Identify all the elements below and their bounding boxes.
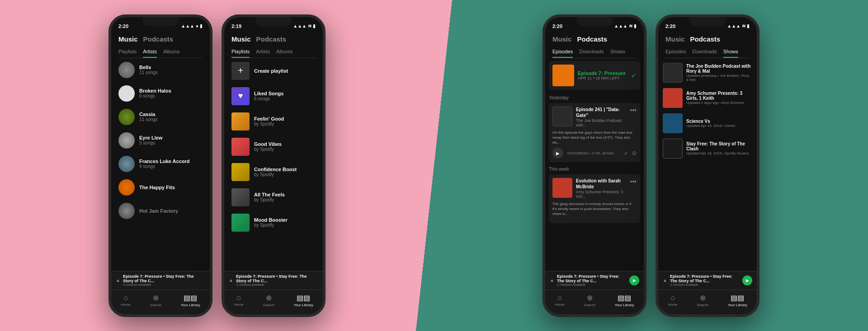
artists-tab[interactable]: Artists (143, 49, 157, 58)
albums-tab[interactable]: Albums (163, 49, 180, 58)
status-icons-4: ▲▲▲ ≋ ▮ (727, 23, 750, 28)
list-item[interactable]: Feelin' Good by Spotify (228, 109, 319, 134)
nav-home-3[interactable]: ⌂ Home (555, 294, 564, 307)
section-this-week: This week (545, 164, 644, 172)
nav-library-3[interactable]: ▤▤ Your Library (615, 294, 634, 307)
library-icon-2: ▤▤ (297, 294, 310, 302)
music-podcasts-tabs-2[interactable]: Music Podcasts (231, 35, 316, 44)
tab-header-3: Music Podcasts Episodes Downloads Shows (545, 32, 644, 58)
albums-sub-tab[interactable]: Albums (276, 49, 293, 58)
list-item[interactable]: Science Vs Updated Apr 19, 2019 • Gimlet (658, 111, 757, 136)
show-info-3: Science Vs Updated Apr 19, 2019 • Gimlet (686, 119, 752, 128)
app-content-2: Music Podcasts Playlists Artists Albums … (224, 32, 323, 271)
artist-avatar (118, 109, 135, 125)
downloads-sub-tab[interactable]: Downloads (692, 49, 717, 58)
playlists-tab[interactable]: Playlists (118, 49, 137, 58)
library-label-4: Your Library (728, 303, 747, 307)
music-podcasts-tabs[interactable]: Music Podcasts (118, 35, 203, 44)
artist-sub: 5 songs (139, 140, 203, 145)
podcasts-tab-3[interactable]: Podcasts (577, 35, 608, 44)
podcasts-tab-4[interactable]: Podcasts (690, 35, 721, 44)
nav-library-4[interactable]: ▤▤ Your Library (728, 294, 747, 307)
list-item[interactable]: Hot Jam Factory (115, 199, 206, 223)
list-item[interactable]: Good Vibes by Spotify (228, 134, 319, 159)
artists-sub-tab[interactable]: Artists (256, 49, 270, 58)
podcasts-tab[interactable]: Podcasts (143, 35, 174, 44)
list-item[interactable]: Bells 11 songs (115, 58, 206, 82)
list-item[interactable]: Confidence Boost by Spotify (228, 159, 319, 185)
library-label-2: Your Library (294, 303, 313, 307)
search-icon-2: ⊕ (266, 294, 272, 302)
list-item[interactable]: The Happy Fits (115, 176, 206, 199)
list-item[interactable]: Mood Booster by Spotify (228, 210, 319, 235)
episode-big-item[interactable]: Episode 241 | "Data-Gate" The Joe Budden… (549, 103, 640, 163)
nav-library[interactable]: ▤▤ Your Library (181, 294, 200, 307)
np-play-button-4[interactable]: ▶ (742, 275, 752, 285)
episode-big-desc-2: The gang discusses if comedy should evol… (552, 201, 637, 217)
music-podcasts-tabs-3[interactable]: Music Podcasts (552, 35, 637, 44)
list-item[interactable]: Amy Schumer Presents: 3 Girls, 1 Keith U… (658, 85, 757, 111)
music-tab-3[interactable]: Music (552, 35, 572, 44)
nav-home[interactable]: ⌂ Home (121, 294, 130, 307)
episode-big-desc: On this episode the guys return from the… (552, 130, 637, 145)
podcasts-tab-2[interactable]: Podcasts (256, 35, 287, 44)
bottom-nav-3: ⌂ Home ⊕ Search ▤▤ Your Library (545, 289, 644, 314)
list-item[interactable]: Broken Halos 6 songs (115, 82, 206, 105)
music-podcasts-tabs-4[interactable]: Music Podcasts (665, 35, 750, 44)
show-title-4: Stay Free: The Story of The Clash (686, 141, 752, 151)
more-options-icon-2[interactable]: ••• (630, 178, 637, 199)
playlist-sub: by Spotify (254, 223, 316, 228)
playlists-sub-tab[interactable]: Playlists (231, 49, 250, 58)
artist-name: Frances Luke Accord (139, 159, 203, 164)
nav-search[interactable]: ⊕ Search (150, 294, 161, 307)
nav-home-4[interactable]: ⌂ Home (668, 294, 677, 307)
artist-avatar (118, 203, 135, 219)
home-label-3: Home (555, 303, 564, 307)
nav-search-2[interactable]: ⊕ Search (263, 294, 274, 307)
list-item[interactable]: Eyre Llew 5 songs (115, 129, 206, 152)
nav-search-3[interactable]: ⊕ Search (584, 294, 595, 307)
shows-tab[interactable]: Shows (610, 49, 625, 58)
list-item[interactable]: The Joe Budden Podcast with Rory & Mal U… (658, 60, 757, 85)
episode-big-info-2: Evolution with Sarah McBride Amy Schumer… (576, 178, 626, 199)
downloads-tab[interactable]: Downloads (579, 49, 604, 58)
now-playing-bar-4[interactable]: ▲ Episode 7: Pressure • Stay Free: The S… (658, 271, 757, 289)
episodes-tab[interactable]: Episodes (552, 49, 573, 58)
nav-search-4[interactable]: ⊕ Search (697, 294, 708, 307)
list-item[interactable]: ♥ Liked Songs 6 songs (228, 84, 319, 109)
now-playing-bar[interactable]: ▲ Episode 7: Pressure • Stay Free: The S… (111, 271, 210, 289)
current-episode-item[interactable]: Episode 7: Pressure APR 11 • 15 MIN LEFT… (549, 61, 640, 90)
music-tab-4[interactable]: Music (665, 35, 685, 44)
music-tab[interactable]: Music (118, 35, 138, 44)
list-item[interactable]: Frances Luke Accord 4 songs (115, 152, 206, 176)
shows-sub-tab[interactable]: Shows (723, 49, 738, 58)
show-meta-4: Updated Apr 18, 2019 • Spotify Studios (686, 151, 752, 155)
artist-sub: 11 songs (139, 70, 203, 75)
nav-home-2[interactable]: ⌂ Home (234, 294, 243, 307)
now-playing-bar-3[interactable]: ▲ Episode 7: Pressure • Stay Free: The S… (545, 271, 644, 289)
episodes-sub-tab[interactable]: Episodes (665, 49, 686, 58)
nav-library-2[interactable]: ▤▤ Your Library (294, 294, 313, 307)
now-playing-bar-2[interactable]: ▲ Episode 7: Pressure • Stay Free: The S… (224, 271, 323, 289)
list-item[interactable]: Stay Free: The Story of The Clash Update… (658, 136, 757, 161)
create-playlist-button[interactable]: + Create playlist (228, 58, 319, 84)
tab-header-4: Music Podcasts Episodes Downloads Shows (658, 32, 757, 58)
play-button[interactable]: ▶ (552, 148, 563, 159)
home-icon-4: ⌂ (670, 294, 675, 302)
list-item[interactable]: Cassia 11 songs (115, 105, 206, 129)
artist-name: Bells (139, 65, 203, 70)
playlist-name: Liked Songs (254, 91, 316, 96)
now-playing-info-4: Episode 7: Pressure • Stay Free: The Sto… (670, 274, 740, 287)
episode-big-item-2[interactable]: Evolution with Sarah McBride Amy Schumer… (549, 174, 640, 223)
np-play-button[interactable]: ▶ (629, 275, 639, 285)
chevron-up-icon-4: ▲ (663, 278, 667, 283)
playlist-name: Mood Booster (254, 217, 316, 223)
more-options-icon[interactable]: ••• (630, 107, 637, 127)
home-label: Home (121, 303, 130, 307)
section-yesterday: Yesterday (545, 93, 644, 101)
wifi-icon-3: ≋ (629, 23, 632, 28)
download-icon[interactable]: ⊙ (632, 150, 637, 156)
episode-big-thumb (552, 107, 572, 126)
list-item[interactable]: All The Feels by Spotify (228, 185, 319, 210)
music-tab-2[interactable]: Music (231, 35, 251, 44)
